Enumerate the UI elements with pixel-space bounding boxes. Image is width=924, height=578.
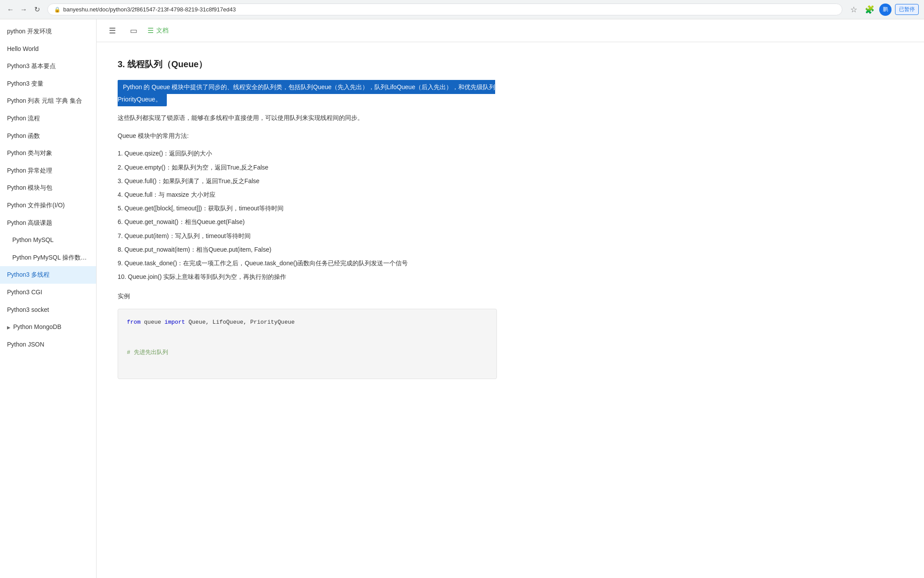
sidebar-item-python3-basics[interactable]: Python3 基本要点	[0, 58, 96, 75]
bookmark-button[interactable]: ☆	[848, 4, 860, 16]
doc-label: ☰ 文档	[147, 26, 169, 35]
sidebar-item-python-flow[interactable]: Python 流程	[0, 110, 96, 127]
article: 3. 线程队列（Queue） Python 的 Queue 模块中提供了同步的、…	[97, 42, 518, 393]
sidebar-item-label: Hello World	[7, 45, 39, 52]
profile-button[interactable]: 鹏	[879, 4, 892, 16]
methods-title: Queue 模块中的常用方法:	[118, 130, 497, 141]
method-item-10: 10. Queue.join() 实际上意味着等到队列为空，再执行别的操作	[118, 270, 497, 284]
sidebar-item-label: Python3 变量	[7, 80, 43, 87]
doc-icon: ☰	[147, 26, 154, 35]
sidebar-item-label: Python 列表 元组 字典 集合	[7, 97, 82, 104]
app-container: python 开发环境Hello WorldPython3 基本要点Python…	[0, 19, 924, 578]
sidebar-item-python-file[interactable]: Python 文件操作(I/O)	[0, 197, 96, 214]
sidebar-item-python-advanced[interactable]: Python 高级课题	[0, 214, 96, 232]
sidebar-item-python3-cgi[interactable]: Python3 CGI	[0, 284, 96, 301]
sidebar-item-python-list[interactable]: Python 列表 元组 字典 集合	[0, 92, 96, 110]
sidebar-item-label: python 开发环境	[7, 28, 52, 35]
back-button[interactable]: ←	[5, 4, 16, 15]
sidebar-item-label: Python3 多线程	[7, 271, 50, 278]
sidebar-item-python-class[interactable]: Python 类与对象	[0, 144, 96, 162]
code-blank	[127, 327, 488, 348]
main-content: ☰ ▭ ☰ 文档 3. 线程队列（Queue） Python 的 Queue 模…	[97, 19, 924, 578]
sidebar-item-label: Python3 基本要点	[7, 62, 56, 69]
sidebar-item-label: Python 函数	[7, 132, 40, 139]
sidebar-item-label: Python PyMySQL 操作数据库	[12, 254, 93, 261]
para1: 这些队列都实现了锁原语，能够在多线程中直接使用，可以使用队列来实现线程间的同步。	[118, 112, 497, 123]
sidebar-item-python3-thread[interactable]: Python3 多线程	[0, 266, 96, 284]
code-comment-line: # 先进先出队列	[127, 348, 488, 358]
highlighted-paragraph: Python 的 Queue 模块中提供了同步的、线程安全的队列类，包括队列Qu…	[118, 81, 497, 105]
method-item-6: 6. Queue.get_nowait()：相当Queue.get(False)	[118, 215, 497, 229]
sidebar-item-label: Python 高级课题	[7, 219, 52, 226]
sidebar-item-label: Python JSON	[7, 341, 44, 348]
reload-button[interactable]: ↻	[32, 4, 42, 15]
address-bar[interactable]: 🔒 banyeshu.net/doc/python3/2f861547-213f…	[47, 4, 842, 15]
method-item-5: 5. Queue.get([block[, timeout]])：获取队列，ti…	[118, 202, 497, 215]
method-item-4: 4. Queue.full：与 maxsize 大小对应	[118, 188, 497, 202]
sidebar-item-label: Python MySQL	[12, 236, 54, 243]
method-item-2: 2. Queue.empty()：如果队列为空，返回True,反之False	[118, 161, 497, 174]
sidebar-item-label: Python 异常处理	[7, 167, 52, 174]
code-from: from	[127, 319, 140, 325]
forward-button[interactable]: →	[18, 4, 29, 15]
code-classes: Queue, LifoQueue, PriorityQueue	[188, 319, 295, 325]
method-item-3: 3. Queue.full()：如果队列满了，返回True,反之False	[118, 174, 497, 188]
highlighted-text: Python 的 Queue 模块中提供了同步的、线程安全的队列类，包括队列Qu…	[118, 80, 495, 106]
method-item-1: 1. Queue.qsize()：返回队列的大小	[118, 147, 497, 160]
sidebar-item-label: Python3 CGI	[7, 289, 42, 296]
pause-button[interactable]: 已暂停	[895, 4, 919, 15]
sidebar-item-label: Python3 socket	[7, 306, 49, 313]
sidebar-item-python-module[interactable]: Python 模块与包	[0, 179, 96, 197]
sidebar-arrow-icon: ▶	[7, 325, 11, 330]
methods-list: 1. Queue.qsize()：返回队列的大小2. Queue.empty()…	[118, 147, 497, 284]
doc-label-text: 文档	[156, 27, 169, 35]
sidebar-item-python-exception[interactable]: Python 异常处理	[0, 162, 96, 180]
code-import: import	[165, 319, 185, 325]
nav-buttons: ← → ↻	[5, 4, 42, 15]
sidebar-item-label: Python 类与对象	[7, 149, 52, 156]
code-line-1: from queue import Queue, LifoQueue, Prio…	[127, 318, 488, 327]
sidebar-item-python-mysql[interactable]: Python MySQL	[0, 231, 96, 249]
extensions-button[interactable]: 🧩	[863, 4, 876, 16]
sidebar-item-label: Python 流程	[7, 115, 40, 122]
method-item-7: 7. Queue.put(item)：写入队列，timeout等待时间	[118, 229, 497, 243]
sidebar-item-hello-world[interactable]: Hello World	[0, 40, 96, 58]
sidebar-item-python-func[interactable]: Python 函数	[0, 127, 96, 145]
browser-actions: ☆ 🧩 鹏 已暂停	[848, 4, 919, 16]
article-heading: 3. 线程队列（Queue）	[118, 56, 497, 72]
layout-button[interactable]: ▭	[126, 24, 140, 38]
method-item-8: 8. Queue.put_nowait(item)：相当Queue.put(it…	[118, 243, 497, 256]
menu-button[interactable]: ☰	[105, 24, 119, 38]
sidebar-item-python-env[interactable]: python 开发环境	[0, 23, 96, 40]
method-item-9: 9. Queue.task_done()：在完成一项工作之后，Queue.tas…	[118, 256, 497, 270]
url-text: banyeshu.net/doc/python3/2f861547-213f-4…	[63, 6, 236, 13]
example-label: 实例	[118, 291, 497, 302]
code-comment: # 先进先出队列	[127, 349, 168, 356]
lock-icon: 🔒	[54, 7, 61, 13]
sidebar-item-label: Python MongoDB	[13, 323, 61, 330]
sidebar-item-python-json[interactable]: Python JSON	[0, 336, 96, 354]
sidebar-item-label: Python 模块与包	[7, 184, 52, 191]
sidebar-item-label: Python 文件操作(I/O)	[7, 202, 65, 209]
sidebar-item-python3-socket[interactable]: Python3 socket	[0, 301, 96, 319]
sidebar-item-python-mongodb[interactable]: ▶Python MongoDB	[0, 318, 96, 336]
sidebar-item-python3-vars[interactable]: Python3 变量	[0, 75, 96, 93]
profile-initials: 鹏	[883, 6, 888, 13]
sidebar-item-python-pymysql[interactable]: Python PyMySQL 操作数据库	[0, 249, 96, 267]
toolbar: ☰ ▭ ☰ 文档	[97, 19, 924, 42]
sidebar: python 开发环境Hello WorldPython3 基本要点Python…	[0, 19, 97, 578]
code-block: from queue import Queue, LifoQueue, Prio…	[118, 309, 497, 379]
browser-chrome: ← → ↻ 🔒 banyeshu.net/doc/python3/2f86154…	[0, 0, 924, 19]
code-module: queue	[144, 319, 165, 325]
